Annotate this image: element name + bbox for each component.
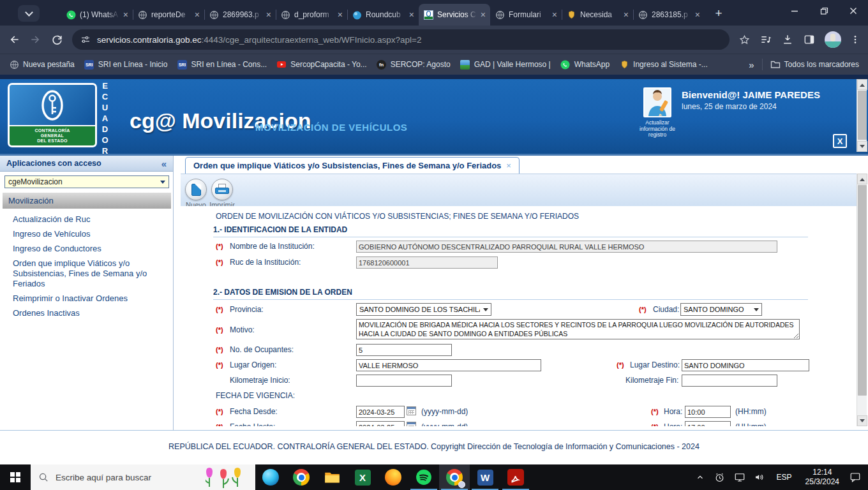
browser-tab-whatsapp[interactable]: (1) WhatsA × [61,4,133,26]
sidebar-collapse-button[interactable]: « [161,158,167,169]
date-to-input[interactable] [356,421,405,426]
bookmark-ingreso-sistema[interactable]: Ingreso al Sistema -... [619,59,708,70]
address-bar[interactable]: servicios.contraloria.gob.ec:4443/cge_ar… [72,29,730,50]
occupants-input[interactable] [356,344,452,356]
tray-network-icon[interactable] [732,464,747,490]
bookmark-sercop-agosto[interactable]: fnSERCOP: Agosto [377,59,451,70]
taskbar-acrobat-icon[interactable] [500,464,531,490]
institution-name-input[interactable] [356,241,777,253]
profile-avatar[interactable] [825,31,841,48]
content-tab-close-icon[interactable]: × [506,161,511,170]
header-scrollbar[interactable] [857,79,867,152]
date-from-input[interactable] [356,406,405,418]
taskbar-spotify-icon[interactable] [408,464,439,490]
bookmark-sri-consultas[interactable]: SRISRI en Línea - Cons... [177,59,267,70]
start-button[interactable] [0,464,31,490]
taskbar-word-icon[interactable]: W [470,464,500,490]
downloads-icon[interactable] [781,33,794,46]
application-select[interactable]: cgeMovilizacion [4,175,169,188]
taskbar-excel-icon[interactable]: X [347,464,378,490]
browser-tab[interactable]: 2863185.p × [633,4,705,26]
time-from-input[interactable] [685,406,731,418]
tray-chevron-up-icon[interactable] [692,464,708,490]
reason-textarea[interactable]: MOVILIZACIÓN DE BRIGADA MÉDICA HACIA LOS… [356,319,800,339]
new-tab-button[interactable]: + [710,5,728,22]
content-scrollbar[interactable] [857,174,867,426]
scroll-down-button[interactable] [857,415,867,426]
city-select[interactable]: SANTO DOMINGO [680,303,762,316]
update-registration-avatar[interactable] [643,87,671,117]
province-select[interactable]: SANTO DOMINGO DE LOS TSACHILAS [356,303,491,316]
scroll-down-button[interactable] [857,141,867,152]
sidebar-item-actualizacion-ruc[interactable]: Actualización de Ruc [0,214,174,225]
km-end-input[interactable] [682,375,777,387]
bookmark-whatsapp[interactable]: WhatsApp [560,59,610,70]
taskbar-edge-icon[interactable] [255,464,286,490]
time-to-input[interactable] [685,421,731,426]
browser-tab[interactable]: Formulari × [490,4,562,26]
sidebar-item-reimprimir-inactivar[interactable]: Reimprimir o Inactivar Ordenes [0,293,174,304]
tab-close-icon[interactable]: × [338,10,343,19]
content-tab[interactable]: Orden que implique Viáticos y/o Subsiste… [185,157,520,174]
window-close-button[interactable] [839,0,868,22]
bookmark-nueva-pestana[interactable]: Nueva pestaña [9,59,75,70]
tab-close-icon[interactable]: × [409,10,414,19]
scrollbar-thumb[interactable] [858,185,867,396]
destination-input[interactable] [682,359,809,371]
calendar-icon[interactable] [407,406,416,415]
scrollbar-thumb[interactable] [858,91,867,140]
forward-button[interactable] [29,33,42,46]
bookmark-star-icon[interactable] [738,34,751,46]
tab-close-icon[interactable]: × [624,10,629,19]
tab-search-button[interactable] [18,5,40,22]
tab-close-icon[interactable]: × [552,10,557,19]
clock[interactable]: 12:14 25/3/2024 [802,468,843,487]
browser-tab[interactable]: reporteDe × [133,4,204,26]
sidebar-item-ordenes-inactivas[interactable]: Ordenes Inactivas [0,308,174,318]
language-indicator[interactable]: ESP [772,473,797,482]
tray-alarms-icon[interactable] [712,464,728,490]
origin-input[interactable] [356,359,541,371]
sidebar-item-ingreso-conductores[interactable]: Ingreso de Conductores [0,244,174,254]
notification-center-icon[interactable] [848,464,863,490]
taskbar-search[interactable]: Escribe aquí para buscar [31,464,255,490]
tray-volume-icon[interactable] [752,464,767,490]
calendar-icon[interactable] [407,422,416,426]
taskbar-firefox-icon[interactable] [378,464,408,490]
print-button[interactable] [211,179,233,200]
bookmark-sri-inicio[interactable]: SRISRI en Línea - Inicio [84,59,168,70]
browser-menu-icon[interactable] [850,34,860,45]
new-button[interactable] [185,179,207,200]
scroll-up-button[interactable] [857,79,867,90]
session-close-button[interactable]: X [833,134,847,148]
taskbar-explorer-icon[interactable] [317,464,347,490]
bookmark-gad-valle-hermoso[interactable]: GAD | Valle Hermoso | [460,59,551,70]
browser-tab-servicios-active[interactable]: Servicios C × [419,4,490,26]
media-list-icon[interactable] [760,33,772,46]
sidebar-item-ingreso-vehiculos[interactable]: Ingreso de Vehículos [0,229,174,239]
browser-tab[interactable]: 2869963.p × [204,4,276,26]
browser-tab-roundcube[interactable]: Roundcub × [347,4,419,26]
side-panel-icon[interactable] [803,33,816,46]
tab-close-icon[interactable]: × [195,10,200,19]
search-highlight-tulips-image[interactable] [206,466,248,490]
site-settings-icon[interactable] [80,34,91,45]
tab-close-icon[interactable]: × [481,10,486,19]
window-restore-button[interactable] [809,0,839,22]
reload-button[interactable] [51,34,63,46]
tab-close-icon[interactable]: × [266,10,271,19]
taskbar-chrome-active-icon[interactable] [439,464,470,490]
taskbar-chrome-icon[interactable] [286,464,317,490]
browser-tab[interactable]: d_proform × [276,4,347,26]
all-bookmarks-button[interactable]: Todos los marcadores [770,59,859,70]
sidebar-item-orden-viaticos[interactable]: Orden que implique Viáticos y/o Subsiste… [0,258,174,289]
scroll-up-button[interactable] [857,174,867,184]
tab-close-icon[interactable]: × [695,10,700,19]
institution-ruc-input[interactable] [356,256,498,269]
bookmark-sercopcapacita[interactable]: SercopCapacita - Yo... [276,59,366,70]
window-minimize-button[interactable] [780,0,809,22]
back-button[interactable] [8,33,20,46]
browser-tab-necesidades[interactable]: Necesida × [562,4,633,26]
bookmarks-overflow-button[interactable]: » [749,59,754,70]
tab-close-icon[interactable]: × [123,10,128,19]
